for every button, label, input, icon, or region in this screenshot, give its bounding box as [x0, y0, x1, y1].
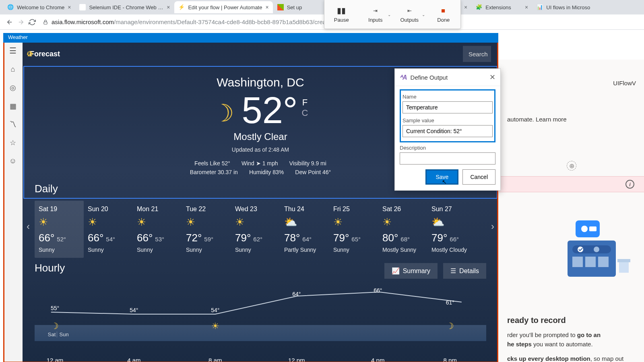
extension-icon: 🧩 — [476, 4, 482, 10]
daily-card[interactable]: Sun 20☀66°54°Sunny — [84, 201, 133, 258]
powerautomate-panel: UIFlowV automate. Learn more ⊕ i ready t… — [499, 60, 644, 362]
outputs-icon: ⇤ — [407, 6, 412, 15]
description-label: Description — [400, 145, 495, 151]
stop-icon: ⏹ — [441, 6, 446, 15]
close-icon[interactable]: × — [167, 4, 170, 10]
unit-f[interactable]: F — [302, 97, 308, 108]
outputs-button[interactable]: ⇤Outputs⌄ — [392, 0, 427, 29]
chevron-right-icon[interactable]: › — [491, 221, 494, 232]
hourly-temp: 64° — [292, 291, 301, 297]
close-icon[interactable]: ✕ — [489, 73, 495, 82]
sample-input[interactable] — [402, 125, 493, 137]
daily-card[interactable]: Mon 21☀66°53°Sunny — [133, 201, 182, 258]
svg-point-9 — [581, 226, 588, 232]
sample-label: Sample value — [402, 117, 493, 123]
more-icon[interactable]: ⋯ — [22, 46, 38, 62]
weather-sidebar: ☰ ⌂ ◎ ▦ 〽 ☆ ☺ — [3, 43, 23, 362]
weather-header: Forecast ⟳ ☆ ⟀ ☽ ⋯ Search — [23, 43, 498, 65]
hourly-label: 12 pm — [288, 357, 305, 362]
flow-icon: ⚡ — [178, 4, 185, 10]
error-bar — [499, 176, 644, 192]
reload-button[interactable] — [27, 16, 38, 28]
daily-card[interactable]: Thu 24⛅78°64°Partly Sunny — [280, 201, 329, 258]
name-input[interactable] — [402, 101, 493, 113]
close-icon[interactable]: × — [525, 4, 528, 10]
daily-card[interactable]: Tue 22☀72°59°Sunny — [182, 201, 231, 258]
address-bar: asia.flow.microsoft.com/manage/environme… — [0, 14, 644, 30]
pause-icon: ▮▮ — [337, 6, 346, 15]
add-step-icon[interactable]: ⊕ — [567, 161, 576, 171]
chart-icon: 📈 — [392, 267, 400, 275]
tab-uiflows[interactable]: 📊UI flows in Microso — [533, 1, 594, 13]
tab-selenium[interactable]: Selenium IDE - Chrome Web Sto× — [75, 1, 174, 13]
hourly-label: 8 am — [208, 357, 222, 362]
done-button[interactable]: ⏹Done — [427, 0, 461, 29]
tab-powerautomate[interactable]: ⚡Edit your flow | Power Automate× — [174, 1, 272, 13]
unit-c[interactable]: C — [302, 108, 308, 118]
hourly-label: 12 am — [47, 357, 64, 362]
description-input[interactable] — [400, 152, 495, 165]
radar-icon[interactable]: ◎ — [10, 83, 16, 92]
daily-card[interactable]: Sat 19☀66°52°Sunny — [35, 201, 84, 258]
hourly-label: 4 pm — [371, 357, 384, 362]
pause-button[interactable]: ▮▮Pause — [324, 0, 359, 29]
svg-rect-0 — [44, 22, 47, 24]
svg-rect-2 — [572, 257, 583, 267]
browser-tabstrip: 🌐Welcome to Chrome× Selenium IDE - Chrom… — [0, 0, 644, 14]
back-button[interactable] — [4, 16, 15, 28]
daily-card[interactable]: Fri 25☀79°65°Sunny — [329, 201, 378, 258]
history-icon[interactable]: 〽 — [9, 120, 17, 129]
summary-button[interactable]: 📈Summary — [384, 263, 438, 279]
define-output-dialog: ᴬA Define Output ✕ Name Sample value Des… — [394, 68, 501, 191]
svg-rect-10 — [589, 226, 597, 231]
hamburger-icon[interactable]: ☰ — [9, 46, 17, 56]
list-icon: ☰ — [450, 267, 456, 275]
search-input[interactable]: Search — [463, 46, 491, 62]
hourly-temp: 54° — [130, 307, 138, 313]
forward-button[interactable] — [15, 16, 27, 28]
svg-point-6 — [578, 247, 583, 252]
chevron-down-icon: ⌄ — [422, 12, 425, 16]
close-icon[interactable]: × — [464, 4, 467, 10]
info-icon[interactable]: i — [625, 180, 634, 189]
favorites-icon[interactable]: ☆ — [10, 138, 16, 147]
hourly-chart: 55°12 am54°4 am54°8 am64°12 pm66°4 pm61°… — [35, 284, 486, 352]
maps-icon[interactable]: ▦ — [10, 102, 17, 111]
current-temp: 52° — [242, 92, 297, 129]
inputs-button[interactable]: ⇥Inputs⌄ — [359, 0, 393, 29]
hourly-temp: 55° — [51, 305, 59, 311]
details-button[interactable]: ☰Details — [443, 263, 486, 279]
cancel-button[interactable]: Cancel — [462, 169, 495, 185]
cursor-icon: ↖ — [442, 179, 447, 185]
svg-rect-11 — [619, 261, 629, 273]
save-button[interactable]: Save↖ — [425, 169, 458, 185]
moon-icon: ☽ — [446, 321, 454, 331]
lock-icon — [43, 19, 48, 25]
output-icon: ᴬA — [400, 74, 407, 81]
condition-icon: ☽ — [213, 99, 234, 127]
close-icon[interactable]: × — [265, 4, 268, 10]
daily-card[interactable]: Sat 26☀80°68°Mostly Sunny — [378, 201, 427, 258]
svg-point-7 — [594, 247, 599, 252]
svg-rect-4 — [598, 257, 609, 267]
svg-rect-3 — [585, 257, 596, 267]
ready-heading: ready to record — [507, 316, 636, 325]
chevron-left-icon[interactable]: ‹ — [27, 221, 30, 232]
tab-extensions[interactable]: 🧩Extensions× — [472, 1, 532, 13]
home-icon[interactable]: ⌂ — [11, 65, 15, 74]
tab-welcome[interactable]: 🌐Welcome to Chrome× — [3, 1, 75, 13]
hourly-label: 8 pm — [444, 357, 457, 362]
name-label: Name — [402, 94, 493, 100]
daily-card[interactable]: Sun 27⛅79°66°Mostly Cloudy — [427, 201, 477, 258]
hourly-temp: 61° — [446, 299, 454, 306]
weather-titlebar: Weather — [3, 33, 498, 43]
feedback-icon[interactable]: ☺ — [9, 157, 17, 165]
daily-card[interactable]: Wed 23☀79°62°Sunny — [231, 201, 280, 258]
hourly-temp: 66° — [374, 287, 382, 294]
daily-row: ‹ Sat 19☀66°52°SunnySun 20☀66°54°SunnyMo… — [35, 201, 486, 258]
tab-setup[interactable]: Set up — [273, 1, 306, 13]
close-icon[interactable]: × — [68, 4, 71, 10]
uiflow-label: UIFlowV — [613, 80, 636, 86]
hourly-temp: 54° — [211, 307, 219, 313]
hourly-title: Hourly — [35, 262, 65, 274]
